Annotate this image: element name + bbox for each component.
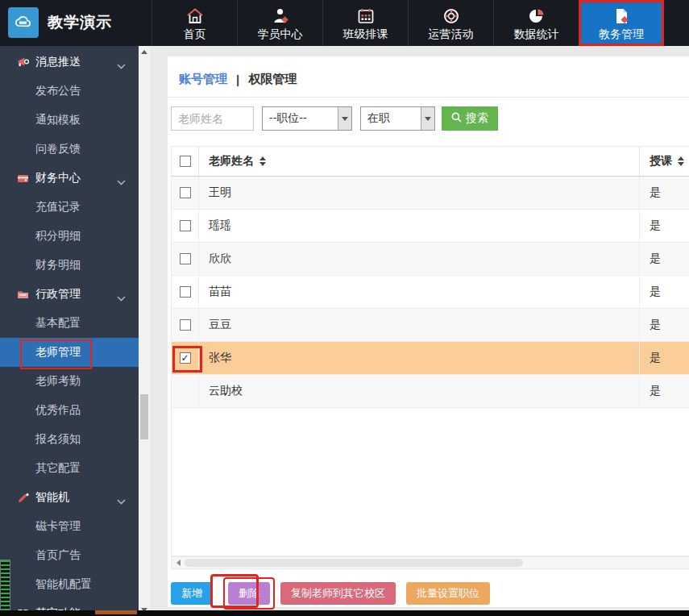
tab-permission-management[interactable]: 权限管理	[248, 72, 297, 87]
column-header-teacher-name[interactable]: 老师姓名	[209, 154, 254, 169]
teacher-name-cell: 苗苗	[199, 276, 640, 308]
position-select[interactable]: --职位--	[262, 106, 352, 131]
sidebar-item-basic-config[interactable]: 基本配置	[0, 309, 139, 338]
table-row[interactable]: 瑶瑶 是	[172, 210, 689, 243]
sidebar-item-homepage-ads[interactable]: 首页广告	[0, 541, 139, 570]
teaches-cell: 是	[640, 243, 689, 275]
teaches-cell: 是	[640, 375, 689, 407]
sort-icon[interactable]	[259, 156, 266, 166]
row-checkbox[interactable]	[180, 187, 191, 198]
table-row-selected[interactable]: ✓ 张华 是	[172, 342, 689, 375]
wallet-icon	[15, 171, 30, 185]
table-row[interactable]: 苗苗 是	[172, 276, 689, 309]
select-all-checkbox[interactable]	[180, 156, 191, 167]
nav-tab-home[interactable]: 首页	[151, 0, 237, 46]
sidebar-item-enrollment-notes[interactable]: 报名须知	[0, 425, 139, 454]
status-select[interactable]: 在职	[360, 106, 435, 131]
copy-teachers-button[interactable]: 复制老师到其它校区	[280, 582, 396, 605]
sidebar-group-smart-machine[interactable]: 智能机	[0, 483, 139, 512]
sidebar-item-publish-notice[interactable]: 发布公告	[0, 77, 139, 106]
table-row[interactable]: 云助校 是	[172, 375, 689, 408]
row-checkbox[interactable]	[180, 319, 191, 331]
table-row[interactable]: 王明 是	[172, 177, 689, 210]
teacher-name-cell: 张华	[199, 342, 640, 374]
table-row[interactable]: 豆豆 是	[172, 309, 689, 342]
scroll-up-arrow[interactable]	[139, 46, 150, 58]
sidebar-item-other-config[interactable]: 其它配置	[0, 454, 139, 483]
student-icon	[270, 5, 291, 26]
nav-tab-label: 首页	[184, 27, 206, 42]
sidebar-item-finance-detail[interactable]: 财务明细	[0, 251, 139, 280]
sidebar-group-label: 财务中心	[35, 171, 81, 185]
floating-widget[interactable]	[0, 560, 10, 616]
scrollbar-thumb[interactable]	[185, 559, 523, 567]
main-panel: 账号管理 | 权限管理 --职位-- 在职	[168, 56, 689, 607]
sidebar-group-message-push[interactable]: 消息推送	[0, 48, 139, 77]
nav-tab-student-center[interactable]: 学员中心	[237, 0, 322, 46]
sidebar-group-admin-management[interactable]: 行政管理	[0, 280, 139, 309]
sidebar-item-points-detail[interactable]: 积分明细	[0, 222, 139, 251]
teacher-name-input[interactable]	[171, 106, 254, 131]
statistics-icon	[526, 5, 547, 26]
table-horizontal-scrollbar[interactable]	[171, 556, 689, 569]
chevron-down-icon	[117, 494, 126, 507]
sidebar-item-notify-template[interactable]: 通知模板	[0, 106, 139, 135]
nav-tab-label: 运营活动	[429, 27, 474, 42]
nav-tab-label: 教务管理	[599, 27, 644, 42]
sidebar-item-survey-feedback[interactable]: 问卷反馈	[0, 135, 139, 164]
scrollbar-thumb[interactable]	[140, 394, 148, 439]
row-checkbox[interactable]	[180, 286, 191, 298]
cloud-logo-icon	[8, 7, 39, 38]
delete-button-highlight: 删除	[223, 577, 275, 610]
teacher-name-cell: 豆豆	[199, 309, 640, 341]
app-window: 教学演示 首页	[0, 0, 689, 616]
row-checkbox[interactable]	[180, 253, 191, 264]
nav-tab-class-schedule[interactable]: 班级排课	[322, 0, 408, 46]
search-toolbar: --职位-- 在职 搜索	[171, 106, 498, 131]
nav-tab-operations[interactable]: 运营活动	[408, 0, 493, 46]
sidebar-group-finance-center[interactable]: 财务中心	[0, 164, 139, 193]
nav-tab-academic-management[interactable]: 教务管理	[579, 0, 664, 46]
teaches-cell: 是	[640, 276, 689, 308]
sidebar-item-smart-machine-config[interactable]: 智能机配置	[0, 570, 139, 599]
sidebar-item-teacher-management[interactable]: 老师管理	[0, 338, 139, 367]
divider	[168, 97, 689, 98]
teacher-name-cell: 云助校	[199, 375, 640, 407]
top-navigation-bar: 教学演示 首页	[0, 0, 689, 46]
row-checkbox-checked[interactable]: ✓	[180, 352, 191, 364]
delete-button[interactable]: 删除	[228, 582, 270, 605]
tab-separator: |	[236, 73, 239, 86]
column-header-teaches[interactable]: 授课	[650, 154, 672, 169]
teacher-name-cell: 王明	[199, 177, 640, 209]
sidebar-item-teacher-attendance[interactable]: 老师考勤	[0, 367, 139, 396]
teaches-cell: 是	[640, 309, 689, 341]
sidebar-scrollbar[interactable]	[139, 46, 150, 616]
chevron-down-icon	[421, 107, 434, 130]
scroll-left-arrow[interactable]	[172, 560, 185, 566]
sidebar-item-card-management[interactable]: 磁卡管理	[0, 512, 139, 541]
nav-tab-statistics[interactable]: 数据统计	[493, 0, 579, 46]
add-button[interactable]: 新增	[171, 582, 213, 605]
sort-icon[interactable]	[678, 156, 684, 166]
sidebar-group-label: 智能机	[35, 490, 69, 505]
batch-set-position-button[interactable]: 批量设置职位	[406, 582, 490, 605]
row-checkbox[interactable]	[180, 220, 191, 231]
nav-tab-label: 班级排课	[343, 27, 388, 42]
home-icon	[185, 5, 205, 26]
teaches-cell: 是	[640, 177, 689, 209]
tab-account-management[interactable]: 账号管理	[179, 72, 227, 87]
teacher-table: 老师姓名 授课 王明 是 瑶瑶 是 欣欣 是	[171, 146, 689, 556]
position-select-value: --职位--	[269, 111, 307, 126]
chevron-down-icon	[117, 175, 126, 188]
action-buttons: 新增 删除 复制老师到其它校区 批量设置职位	[171, 576, 490, 610]
table-row[interactable]: 欣欣 是	[172, 243, 689, 276]
search-button[interactable]: 搜索	[442, 106, 498, 131]
folder-icon	[15, 287, 30, 302]
status-select-value: 在职	[367, 111, 390, 126]
teaches-cell: 是	[640, 342, 689, 374]
sidebar-item-recharge-records[interactable]: 充值记录	[0, 193, 139, 222]
chevron-down-icon	[117, 59, 126, 72]
sidebar-item-excellent-works[interactable]: 优秀作品	[0, 396, 139, 425]
schedule-icon	[355, 5, 376, 26]
app-title: 教学演示	[48, 12, 112, 33]
